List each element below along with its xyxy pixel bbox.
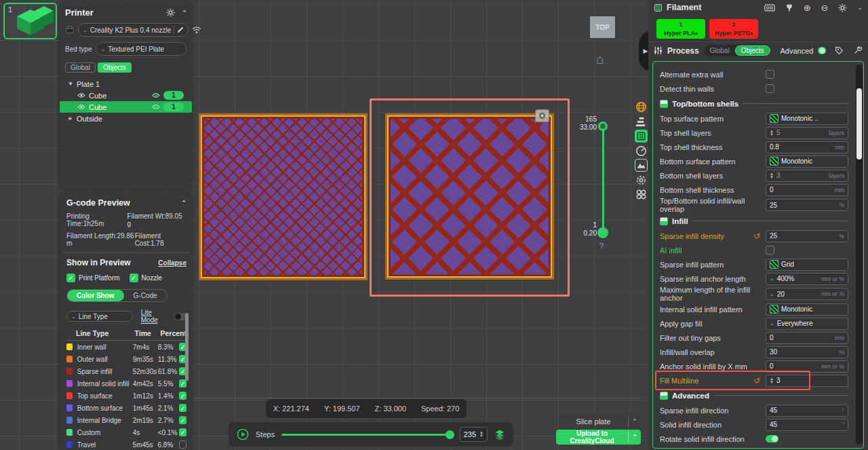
line-type-checkbox[interactable]: ✓	[179, 392, 186, 400]
setting-input[interactable]: 30%	[766, 346, 848, 358]
edit-pencil-icon[interactable]	[177, 26, 184, 33]
setting-checkbox[interactable]	[766, 246, 774, 255]
line-type-checkbox[interactable]: ✓	[179, 428, 186, 436]
setting-input[interactable]: 25%	[766, 199, 848, 211]
setting-input[interactable]: 45°	[766, 405, 848, 417]
nozzle-icon[interactable]	[785, 3, 793, 12]
filament-slot-2[interactable]: 2 Hyper PETG▾	[709, 19, 758, 39]
filament-settings-gear-icon[interactable]	[838, 3, 847, 12]
advanced-toggle[interactable]	[818, 47, 826, 54]
filament-collapse-icon[interactable]: ⌄	[857, 4, 863, 11]
tree-plate-row[interactable]: ▼ Plate 1	[65, 78, 186, 90]
checkbox[interactable]: ✓	[130, 274, 138, 282]
sliced-cube-left[interactable]	[199, 113, 368, 280]
wrench-icon[interactable]	[854, 46, 863, 55]
ams-icon[interactable]	[764, 3, 775, 12]
setting-input[interactable]: ▲▼3layers	[766, 170, 848, 182]
setting-input[interactable]: 0mm or %	[766, 360, 848, 373]
upload-options-caret[interactable]: ⌃	[629, 434, 641, 440]
layers-stack-icon[interactable]	[494, 429, 505, 440]
setting-input[interactable]: Monotonic	[766, 303, 848, 316]
line-type-checkbox[interactable]: ✓	[179, 379, 186, 388]
setting-input[interactable]: Monotonic	[766, 155, 848, 168]
slice-options-caret[interactable]: ⌃	[629, 418, 641, 425]
gcode-collapse-icon[interactable]: ⌃	[181, 200, 186, 206]
setting-input[interactable]: 0mm	[766, 332, 848, 344]
steps-value-box[interactable]: 235 ▲▼	[460, 427, 488, 442]
tab-objects[interactable]: Objects	[98, 62, 132, 73]
per-object-settings-icon[interactable]	[152, 104, 160, 110]
eye-icon[interactable]	[77, 92, 85, 98]
remove-filament-icon[interactable]: ⊖	[821, 3, 829, 13]
setting-checkbox[interactable]	[766, 84, 774, 93]
revert-icon[interactable]: ↺	[753, 376, 763, 386]
preview-checkbox-nozzle[interactable]: ✓Nozzle	[130, 274, 163, 282]
setting-input[interactable]: 0mm	[766, 184, 848, 196]
upload-crealitycloud-button[interactable]: Upload to CrealityCloud ⌃	[556, 430, 641, 445]
wifi-icon[interactable]	[192, 26, 201, 34]
line-type-select[interactable]: ⌄ Line Type	[66, 311, 133, 322]
printer-settings-gear-icon[interactable]	[166, 8, 175, 17]
setting-input[interactable]: Monotonic ..	[766, 113, 848, 125]
setting-input[interactable]: Grid	[766, 259, 848, 271]
tab-global[interactable]: Global	[65, 62, 96, 73]
add-filament-icon[interactable]: ⊕	[804, 3, 811, 13]
revert-icon[interactable]: ↺	[753, 231, 763, 241]
slice-plate-button[interactable]: Slice plate ⌃	[559, 414, 641, 429]
layer-slider-help[interactable]: ?	[599, 242, 604, 250]
layer-slider-track[interactable]	[602, 126, 604, 231]
plate-thumbnail[interactable]: 1	[3, 3, 57, 39]
tree-outside-row[interactable]: ► Outside	[65, 113, 186, 124]
setting-input[interactable]: 25%	[766, 230, 848, 242]
preview-mountain-icon[interactable]	[635, 159, 648, 172]
steps-spinner[interactable]: ▲▼	[479, 431, 484, 438]
preview-gear-circle-icon[interactable]	[635, 174, 648, 187]
extruder-count-pill[interactable]: 1	[163, 91, 184, 100]
settings-scrollbar-thumb[interactable]	[856, 88, 862, 160]
process-tab-objects[interactable]: Objects	[735, 45, 770, 56]
object-gizmo-icon[interactable]	[535, 109, 549, 122]
layer-slider-bottom-handle[interactable]	[597, 227, 608, 238]
tag-icon[interactable]	[835, 46, 844, 55]
filament-slot-1[interactable]: 1 Hyper PLA▾	[656, 19, 705, 39]
play-button[interactable]	[237, 428, 249, 440]
steps-slider-handle[interactable]	[446, 430, 454, 439]
line-type-scrollbar[interactable]	[185, 313, 189, 381]
home-view-icon[interactable]: ⌂	[596, 52, 604, 67]
per-object-settings-icon[interactable]	[152, 92, 160, 98]
preview-checkbox-print-platform[interactable]: ✓Print Platform	[66, 274, 120, 282]
setting-checkbox[interactable]	[766, 70, 774, 79]
steps-slider[interactable]	[281, 434, 453, 436]
layer-slider-top-handle[interactable]	[598, 121, 608, 131]
sliced-cube-right-selected[interactable]	[385, 113, 554, 280]
preview-linetype-icon-active[interactable]	[635, 130, 648, 143]
eye-icon[interactable]	[77, 104, 85, 110]
collapse-link[interactable]: Collapse	[158, 259, 186, 267]
printer-select[interactable]: ⌄ Creality K2 Plus 0.4 nozzle	[78, 23, 189, 37]
spinner-arrows[interactable]: ▲▼	[770, 130, 774, 136]
tree-object-row[interactable]: Cube1	[65, 90, 186, 101]
view-cube-top[interactable]: TOP	[590, 16, 615, 38]
setting-input[interactable]: ⌄400%mm or %	[766, 273, 848, 285]
setting-input[interactable]: ⌄Everywhere	[766, 318, 848, 330]
preview-structure-icon[interactable]	[635, 115, 648, 128]
preview-globe-icon[interactable]	[635, 100, 648, 113]
setting-input[interactable]: 0.8mm	[766, 141, 848, 153]
setting-input[interactable]: ▲▼5layers	[766, 127, 848, 139]
extruder-count-pill[interactable]: 1	[163, 102, 184, 111]
line-type-checkbox[interactable]: ✓	[179, 404, 186, 412]
setting-input[interactable]: ▲▼3	[766, 375, 848, 387]
preview-dots-grid-icon[interactable]	[635, 188, 648, 201]
setting-input[interactable]: 45°	[766, 419, 848, 431]
bed-type-select[interactable]: ⌄ Textured PEI Plate	[96, 42, 186, 56]
gcode-button[interactable]: G-Code	[124, 290, 167, 301]
process-tab-global[interactable]: Global	[705, 46, 735, 55]
setting-input[interactable]: ⌄20mm or %	[766, 288, 848, 300]
line-type-checkbox[interactable]	[179, 440, 186, 449]
line-type-checkbox[interactable]: ✓	[179, 416, 186, 424]
setting-toggle[interactable]	[766, 435, 778, 443]
printer-collapse-icon[interactable]: ⌃	[182, 10, 186, 16]
preview-speed-gauge-icon[interactable]	[635, 145, 648, 157]
checkbox[interactable]: ✓	[66, 274, 75, 282]
spinner-arrows[interactable]: ▲▼	[770, 377, 774, 384]
